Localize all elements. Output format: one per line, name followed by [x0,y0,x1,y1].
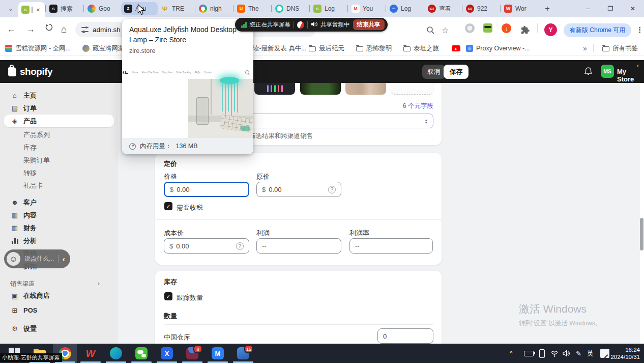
page-scrollbar-thumb[interactable] [640,218,643,250]
cloud-app-button[interactable]: 8 [186,347,198,359]
m-app-button[interactable]: M [212,347,224,359]
stop-sharing-button[interactable]: 结束共享 [353,19,385,30]
phone-link-icon[interactable] [539,344,545,363]
minimize-button[interactable]: – [577,0,599,17]
help-icon[interactable]: ? [236,242,244,250]
teal-app-button[interactable] [110,347,122,359]
cost-input[interactable]: $ ? [164,238,249,254]
sidebar-item-products[interactable]: ◈产品 [4,115,114,127]
sidebar-item-pos[interactable]: ⊞POS [0,303,118,317]
extension-glasses-icon[interactable] [483,23,492,33]
save-button[interactable]: 保存 [444,65,469,79]
add-media-dropzone[interactable] [391,83,433,95]
site-info-icon[interactable] [81,27,89,32]
new-tab-button[interactable]: + [541,2,554,15]
sidebar-item-settings[interactable]: ⚙设置 [0,322,118,335]
cloud-app-button-2[interactable]: 15 [237,347,249,359]
store-name[interactable]: My Store [617,68,644,83]
all-bookmarks-button[interactable]: 所有书签 [602,42,638,55]
sidebar-item-content[interactable]: ▦内容 [0,209,118,221]
store-avatar[interactable]: MS [601,65,614,78]
tab-dns[interactable]: DNS [272,2,309,15]
tab-log2[interactable]: Log [387,2,423,15]
input-method-indicator[interactable]: 英 [587,344,594,363]
back-icon[interactable]: ← [7,24,16,35]
close-button[interactable]: ✕ [622,0,644,17]
comment-input-placeholder[interactable]: 说点什么... [24,255,54,263]
chrome-update-button[interactable]: 有新版 Chrome 可用 [564,23,631,37]
show-hidden-icons-button[interactable]: ^ [510,344,513,363]
tab-goo[interactable]: Goo [84,2,121,15]
reload-icon[interactable] [45,23,53,35]
home-icon[interactable]: ⌂ [61,24,67,35]
help-icon[interactable]: ? [328,186,336,193]
collapse-chevron-icon[interactable]: ‹ [63,255,65,263]
price-input[interactable]: $ [164,182,249,197]
sidebar-subitem-transfers[interactable]: 转移 [0,166,118,179]
tab-close-icon[interactable]: ✕ [35,6,42,13]
maximize-button[interactable]: ❐ [599,0,622,17]
sidebar-subitem-collections[interactable]: 产品系列 [0,128,118,141]
bookmark-cangbaowan[interactable]: 藏宝湾网游 [82,42,125,55]
margin-input[interactable]: -- [349,238,433,254]
price-value-field[interactable] [177,186,222,193]
tab-tre[interactable]: TRE [158,2,194,15]
charge-tax-checkbox[interactable] [164,202,172,210]
compare-price-input[interactable]: $ ? [256,182,341,197]
bookmark-folder-taitanzhilv[interactable]: 泰坦之旅 [403,42,439,55]
sidebar-subitem-inventory[interactable]: 库存 [0,141,118,154]
profit-input[interactable]: -- [256,238,341,254]
tab-active-shopify[interactable]: ✕ [18,2,45,17]
sidebar-item-orders[interactable]: ▤订单 [0,102,118,115]
chevron-right-icon[interactable]: › [98,280,100,287]
quantity-input[interactable]: 0 [377,328,433,344]
sales-channels-header[interactable]: 销售渠道› [0,278,118,289]
battery-icon[interactable] [524,344,534,363]
sidebar-item-analytics[interactable]: 分析 [0,234,118,247]
bookmark-star-icon[interactable]: ☆ [442,23,449,37]
volume-icon[interactable] [563,344,570,363]
sidebar-subitem-purchase-orders[interactable]: 采购订单 [0,154,118,166]
sticky-note-icon[interactable] [600,344,609,363]
bookmarks-overflow-button[interactable]: » [583,42,587,55]
url-text[interactable]: admin.sh [93,26,121,34]
chevron-left-icon[interactable]: ‹ [637,62,639,69]
product-thumbnail-jellyfish-colors[interactable] [254,83,295,95]
track-quantity-checkbox[interactable] [164,292,172,300]
bookmark-folder-zuihoujiyuan[interactable]: 最后纪元 [309,42,344,55]
sidebar-item-online-store[interactable]: ▣在线商店 [0,289,118,303]
extensions-puzzle-icon[interactable] [521,23,530,37]
tab-the[interactable]: The [234,2,271,15]
tab-log1[interactable]: Log [310,2,347,15]
x-app-button[interactable]: X [161,347,173,359]
tab-nigh[interactable]: nigh [196,2,232,15]
bookmark-proxy[interactable]: ◎Proxy Overview -... [466,42,530,55]
bookmark-du[interactable]: 读-最新发表 真牛... [253,42,307,55]
tab-chakan[interactable]: 查看 [425,2,461,15]
sidebar-item-customers[interactable]: ☻客户 [0,196,118,209]
metafields-link[interactable]: 6 个元字段 [403,102,433,110]
menu-dots-icon[interactable]: ⋮ [636,23,643,37]
bookmark-youtube[interactable]: ▶ [452,42,460,55]
tab-wor[interactable]: Wor [501,2,538,15]
product-thumbnail-dark-scene[interactable] [300,83,341,95]
extension-link-icon[interactable] [465,23,475,33]
tab-sousuo[interactable]: 搜索 [46,2,83,15]
sidebar-item-finance[interactable]: ▥财务 [0,221,118,234]
cost-value-field[interactable] [176,242,222,250]
extension-download-icon[interactable]: ↓ [502,23,511,33]
sidebar-item-home[interactable]: ⌂主页 [0,89,118,102]
bookmark-xuegao[interactable]: 雪糕资源网 - 全网... [5,42,71,55]
pen-icon[interactable]: ✎ [576,344,581,363]
forward-icon[interactable]: → [26,24,35,35]
wps-button[interactable]: W [84,347,97,359]
wechat-button[interactable] [135,347,148,359]
profile-avatar[interactable]: Y [544,23,557,36]
tab-search-button[interactable]: ⌄ [3,2,18,16]
compare-value-field[interactable] [269,186,314,193]
tab-922[interactable]: 922 [463,2,500,15]
bookmark-folder-kongbuliming[interactable]: 恐怖黎明 [356,42,392,55]
sidebar-subitem-gift-cards[interactable]: 礼品卡 [0,179,118,192]
tab-you[interactable]: You [348,2,385,15]
product-thumbnail-beige[interactable] [345,83,386,95]
